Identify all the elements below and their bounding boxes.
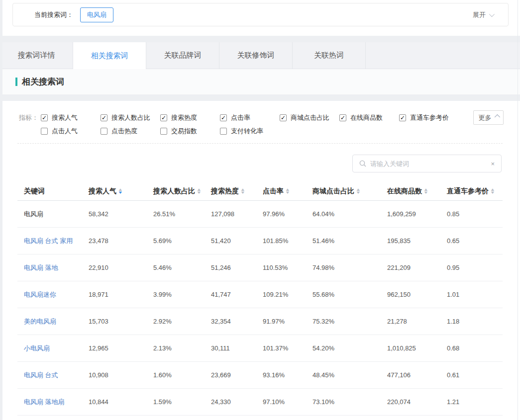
column-header-ztc-reference-price[interactable]: 直通车参考价▲▼ [447, 187, 503, 196]
metric-checkbox-mall-click-ratio[interactable]: 商城点击占比 [280, 111, 339, 124]
divider-band [0, 94, 520, 101]
metric-label: 点击率 [231, 113, 250, 122]
checked-checkbox-icon[interactable] [280, 114, 287, 121]
cell-mall-click-ratio: 51.46% [312, 237, 387, 245]
cell-click-rate: 97.96% [263, 210, 312, 218]
cell-online-products: 1,609,259 [387, 210, 447, 218]
checked-checkbox-icon[interactable] [399, 114, 406, 121]
keyword-link[interactable]: 小电风扇 [17, 344, 89, 353]
unchecked-checkbox-icon[interactable] [41, 128, 48, 135]
tab-search-word-detail[interactable]: 搜索词详情 [0, 42, 73, 69]
column-header-search-popularity[interactable]: 搜索人气▲▼ [89, 187, 153, 196]
cell-search-popularity: 58,342 [89, 210, 153, 218]
metric-label: 搜索热度 [171, 113, 197, 122]
metric-checkbox-ztc-reference-price[interactable]: 直通车参考价 [399, 111, 459, 124]
keyword-link[interactable]: 电风扇 台式 [17, 371, 89, 380]
cell-online-products: 195,835 [387, 237, 447, 245]
cell-ztc-reference-price: 0.85 [447, 210, 503, 218]
more-metrics-button[interactable]: 更多 [473, 110, 504, 125]
table-body: 电风扇58,34226.51%127,09897.96%64.04%1,609,… [17, 201, 503, 416]
tab-related-modifier-words[interactable]: 关联修饰词 [219, 42, 293, 69]
sort-icon[interactable]: ▲▼ [197, 188, 201, 194]
column-header-label: 搜索热度 [211, 187, 239, 196]
sort-icon[interactable]: ▲▼ [491, 188, 495, 194]
clear-search-icon[interactable]: × [491, 161, 495, 167]
metric-label: 搜索人数占比 [111, 113, 150, 122]
cell-click-rate: 110.53% [263, 264, 312, 271]
cell-online-products: 477,106 [387, 371, 447, 379]
tab-related-brand-words[interactable]: 关联品牌词 [146, 42, 219, 69]
column-header-mall-click-ratio[interactable]: 商城点击占比▲▼ [312, 187, 387, 196]
keyword-text: 电风扇 [17, 210, 89, 219]
sort-icon[interactable]: ▲▼ [241, 188, 245, 194]
cell-ztc-reference-price: 1.18 [447, 318, 503, 325]
cell-ztc-reference-price: 1.21 [447, 398, 503, 406]
column-header-label: 关键词 [24, 187, 45, 196]
tab-related-search-words[interactable]: 相关搜索词 [73, 42, 146, 69]
cell-mall-click-ratio: 74.98% [312, 264, 387, 271]
keyword-link[interactable]: 美的电风扇 [17, 317, 89, 326]
cell-mall-click-ratio: 48.45% [312, 371, 387, 379]
table-row: 美的电风扇15,7032.92%32,35491.97%75.32%21,278… [17, 308, 503, 335]
metric-checkbox-searcher-ratio[interactable]: 搜索人数占比 [101, 111, 160, 124]
section-title: 相关搜索词 [22, 76, 64, 87]
sort-icon[interactable]: ▲▼ [118, 188, 122, 194]
metric-checkbox-search-heat[interactable]: 搜索热度 [160, 111, 220, 124]
metric-checkbox-online-products[interactable]: 在线商品数 [339, 111, 399, 124]
keyword-link[interactable]: 电风扇 台式 家用 [17, 237, 89, 246]
column-header-online-products[interactable]: 在线商品数▲▼ [387, 187, 447, 196]
expand-button[interactable]: 展开 [473, 10, 493, 19]
cell-searcher-ratio: 2.13% [153, 344, 211, 352]
metric-checkbox-click-heat[interactable]: 点击热度 [101, 124, 160, 138]
cell-search-popularity: 10,908 [89, 371, 153, 379]
unchecked-checkbox-icon[interactable] [101, 128, 107, 135]
column-header-label: 搜索人气 [89, 187, 116, 196]
tab-related-hot-words[interactable]: 关联热词 [293, 42, 366, 69]
table-row: 电风扇 落地扇10,8441.59%24,33097.10%73.10%220,… [17, 389, 503, 416]
keyword-link[interactable]: 电风扇迷你 [17, 290, 89, 299]
sort-icon[interactable]: ▲▼ [356, 188, 360, 194]
cell-ztc-reference-price: 0.95 [447, 264, 503, 271]
cell-mall-click-ratio: 55.68% [312, 291, 387, 298]
checked-checkbox-icon[interactable] [339, 114, 346, 121]
column-header-label: 直通车参考价 [447, 187, 489, 196]
cell-search-popularity: 22,910 [89, 264, 153, 271]
sort-icon[interactable]: ▲▼ [286, 188, 290, 194]
cell-click-rate: 93.16% [263, 371, 312, 379]
cell-click-rate: 101.37% [263, 344, 312, 352]
metric-checkbox-transaction-index[interactable]: 交易指数 [160, 124, 220, 138]
checked-checkbox-icon[interactable] [41, 114, 48, 121]
cell-search-heat: 51,246 [211, 264, 263, 271]
sort-icon[interactable]: ▲▼ [424, 188, 428, 194]
column-header-search-heat[interactable]: 搜索热度▲▼ [211, 187, 263, 196]
page: 当前搜索词： 电风扇 展开 搜索词详情相关搜索词关联品牌词关联修饰词关联热词 相… [0, 0, 520, 420]
keyword-link[interactable]: 电风扇 落地 [17, 263, 89, 272]
metric-checkbox-click-popularity[interactable]: 点击人气 [41, 124, 101, 138]
keyword-search-input[interactable] [370, 160, 487, 168]
metric-checkbox-payment-conversion[interactable]: 支付转化率 [220, 124, 280, 138]
keyword-search-row: × [0, 155, 502, 172]
keyword-link[interactable]: 电风扇 落地扇 [17, 398, 89, 407]
cell-mall-click-ratio: 64.04% [312, 210, 387, 218]
tab-bar: 搜索词详情相关搜索词关联品牌词关联修饰词关联热词 [0, 42, 520, 69]
column-header-searcher-ratio[interactable]: 搜索人数占比▲▼ [153, 187, 211, 196]
cell-mall-click-ratio: 54.20% [312, 344, 387, 352]
metric-label: 商城点击占比 [291, 113, 329, 122]
checked-checkbox-icon[interactable] [220, 114, 227, 121]
checked-checkbox-icon[interactable] [101, 114, 107, 121]
metric-checkbox-search-popularity[interactable]: 搜索人气 [41, 111, 101, 124]
column-header-click-rate[interactable]: 点击率▲▼ [263, 187, 312, 196]
dashed-divider [17, 143, 503, 144]
search-icon [359, 160, 366, 167]
current-search-word-tag[interactable]: 电风扇 [80, 7, 113, 22]
chevron-up-icon [494, 114, 500, 119]
cell-online-products: 220,074 [387, 398, 447, 406]
cell-searcher-ratio: 1.59% [153, 398, 211, 406]
unchecked-checkbox-icon[interactable] [160, 128, 167, 135]
related-search-words-panel: 指标： 搜索人气搜索人数占比搜索热度点击率商城点击占比在线商品数直通车参考价点击… [0, 101, 520, 420]
metric-checkbox-click-rate[interactable]: 点击率 [220, 111, 280, 124]
metric-label: 搜索人气 [52, 113, 78, 122]
unchecked-checkbox-icon[interactable] [220, 128, 227, 135]
cell-searcher-ratio: 26.51% [153, 210, 211, 218]
checked-checkbox-icon[interactable] [160, 114, 167, 121]
